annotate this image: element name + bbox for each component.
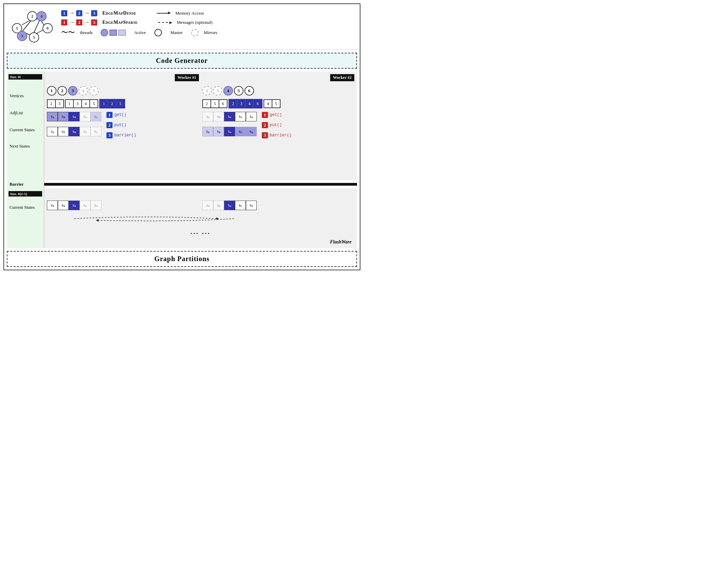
w2-adj-62: 6 [254,100,262,108]
w2-op-put: 2 put() [262,122,292,128]
w1-adj-g2: 1 3 4 5 [65,99,98,108]
w2-adj-43: 4 [264,100,272,108]
arrow1: → [69,10,75,17]
w1-v4: 4 [79,86,88,96]
w2-ns6: S₆ [246,127,257,136]
w2-ni-s5: S₅ [235,201,246,210]
active-circle [101,29,108,36]
w2-get-label: get() [270,113,282,117]
w1-adj-52: 5 [116,100,124,108]
w1-cs2: S₂ [58,112,69,121]
worker2-next-states: S₂ S₃ S₄ S₅ S₆ [202,127,257,136]
worker1-next-states: S₁ S₂ S₃ S₄ S₅ [47,127,101,136]
mirrors-label: Mirrors [204,30,217,35]
num3-blue: 3 [91,10,97,16]
w2-next-iter: S₂ S₃ S₄ S₅ S₆ [202,191,354,210]
svg-text:4: 4 [40,14,43,19]
w1-ni-s1: S₁ [47,201,58,210]
w2-adj-g3: 4 5 [264,99,281,108]
threads-label: threads [80,30,93,35]
w2-adj-42: 4 [246,100,254,108]
w2-v5: 5 [234,86,243,96]
w1-ni-s2: S₂ [58,201,69,210]
num2-red: 2 [76,19,82,26]
flashware-label: FlashWare [47,239,354,245]
w1-adj-51: 5 [90,100,98,108]
svg-text:5: 5 [33,35,35,40]
w1-adj-31: 3 [55,100,64,108]
w2-v2: 2 [202,86,212,96]
worker2-adjlist: 2 5 6 2 3 4 6 4 5 [202,99,354,108]
arrow2: → [84,10,90,17]
w1-cs5: S₅ [90,112,101,121]
worker2-block: Worker #2 2 3 4 5 6 2 5 [202,74,354,177]
w2-ni-s4: S₄ [224,201,235,210]
worker1-block: Worker #1 1 2 3 4 5 2 [47,74,199,177]
w1-ns1: S₁ [47,127,58,136]
num3-red: 3 [91,19,97,26]
num1-blue: 1 [61,10,67,16]
w1-adj-41: 4 [82,100,90,108]
w2-cs2: S₂ [202,112,213,121]
main-body: Iter. #i Vertices AdjList Current States… [7,71,357,248]
w1-ni-s3: S₃ [69,201,80,210]
w2-barrier-label: barrier() [270,133,292,138]
w1-op-barrier: 3 barrier() [106,132,136,138]
threads-icon: 〜〜 [61,28,75,37]
active-shapes [101,29,126,36]
w1-op-put: 2 put() [106,122,136,128]
w2-adj-g2: 2 3 4 6 [228,99,263,108]
worker1-states-col: S₁ S₂ S₃ S₄ S₅ S₁ S₂ S₃ S₄ [47,112,101,136]
adjlist-label: AdjList [7,110,44,116]
w2-cs6: S₆ [246,112,257,121]
w2-adj-53: 5 [272,100,280,108]
w2-num1: 1 [262,112,268,118]
dashed-arrows-svg [47,214,354,224]
current-states-label: Current States [7,127,44,133]
w2-ni-s6: S₆ [246,201,257,210]
num1-red: 1 [61,19,67,26]
w1-adj-12: 1 [100,100,108,108]
edge-dense-sequence: 1 → 2 → 3 [61,10,97,17]
worker1-vertices: 1 2 3 4 5 [47,86,199,96]
w1-v3: 3 [68,86,78,96]
w2-ni-s2: S₂ [202,201,213,210]
w1-ns5: S₅ [90,127,101,136]
worker2-current-states: S₂ S₃ S₄ S₅ S₆ [202,112,257,121]
worker2-badge: Worker #2 [330,74,354,81]
w1-adj-21: 2 [47,100,55,108]
vertices-label: Vertices [7,93,44,99]
iter-i1-badge: Iter. #(i+1) [9,191,42,197]
worker1-ops: 1 get() 2 put() 3 barrier() [106,112,136,138]
w2-num2: 2 [262,122,268,128]
mirrors-circle [191,29,199,36]
left-labels-col2: Iter. #(i+1) Current States [7,188,44,248]
w2-put-label: put() [270,123,282,128]
w2-cs3: S₃ [213,112,224,121]
w2-ni-states: S₂ S₃ S₄ S₅ S₆ [202,201,354,210]
next-states-label: Next States [7,143,44,149]
w1-ni-states: S₁ S₂ S₃ S₄ S₅ [47,201,199,210]
worker2-states-area: S₂ S₃ S₄ S₅ S₆ S₂ S₃ S₄ S₅ [202,112,354,138]
w2-adj-21: 2 [203,100,211,108]
iter-i1-states-row: S₁ S₂ S₃ S₄ S₅ S₂ S₃ S₄ S₅ [47,191,354,210]
messages-arrow [158,22,172,23]
legend-row-misc: 〜〜 threads Active Master Mirrors [61,28,354,37]
graph-partitions-title: Graph Partitions [154,255,209,262]
w1-ns4: S₄ [80,127,90,136]
w1-put-label: put() [114,123,126,128]
svg-marker-20 [96,219,99,222]
w1-barrier-label: barrier() [114,133,136,138]
w1-get-label: get() [114,113,126,117]
graph-diagram: 1 2 4 3 5 6 [10,10,54,47]
w2-adj-22: 2 [229,100,237,108]
w1-v2: 2 [57,86,67,96]
barrier-line [44,183,357,186]
iter-i-badge: Iter. #i [9,74,42,80]
w1-next-iter: S₁ S₂ S₃ S₄ S₅ [47,191,199,210]
svg-text:2: 2 [31,14,34,19]
memory-access-arrow [157,13,170,14]
w1-v1: 1 [47,86,56,96]
legend-row-dense: 1 → 2 → 3 EdgeMapDense Memory Access [61,10,354,17]
w2-cs5: S₅ [235,112,246,121]
